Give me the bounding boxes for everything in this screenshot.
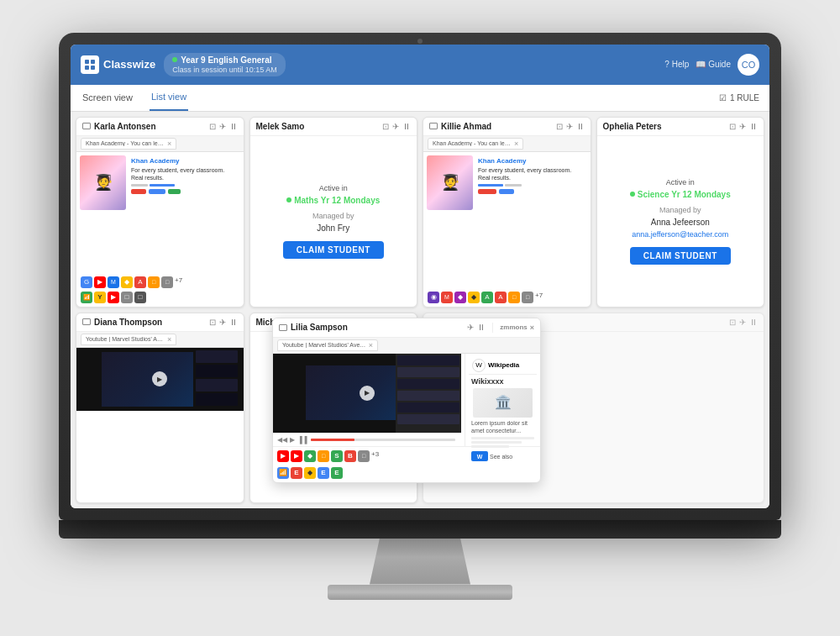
unclaimed-body-melek: Active in Maths Yr 12 Mondays Managed by… [250,136,417,307]
screen-action-don[interactable]: ⊡ [729,318,736,327]
screen-action-d[interactable]: ⊡ [209,318,216,327]
app-icon-a3: A [495,292,507,303]
app-icon-y: Y [94,292,106,303]
app-icon-yt-l: ▶ [277,450,289,462]
screen-action-icon-m[interactable]: ⊡ [382,122,389,131]
app-logo: Classwize [81,55,155,74]
second-tab-label: zmmons [500,323,527,331]
app-icon-ext: □ [121,292,133,303]
card-header-ophelia: Ophelia Peters ⊡ ✈ ⏸ [597,118,764,136]
app-icon-sq2-l: □ [358,450,370,462]
tab-list-view[interactable]: List view [150,84,188,111]
app-icon-square1: □ [148,276,160,288]
claim-button-melek[interactable]: CLAIM STUDENT [283,241,384,259]
card-body-karla: 🧑‍🎓 Khan Academy For every student, ever… [76,152,244,273]
card-actions-lilia: ✈ ⏸ [467,323,486,332]
browser-tab-killie[interactable]: Khan Academy - You can learn anything. F… [428,138,523,150]
wiki-image: 🏛️ [473,388,533,418]
wiki-header: W Wikipedia [469,357,537,375]
session-info: Year 9 English General Class in session … [164,53,286,76]
browser-tab-diana[interactable]: Youtube | Marvel Studios' Avengers - Off… [81,334,176,345]
student-name-ophelia: Ophelia Peters [603,122,727,131]
tab-close-lilia[interactable]: × [369,341,373,350]
monitor-stand [370,539,470,585]
monitor-body: Classwize Year 9 English General Class i… [59,33,781,520]
help-button[interactable]: ? Help [664,60,689,69]
tab-close-icon[interactable]: × [167,139,171,148]
card-header-melek: Melek Samo ⊡ ✈ ⏸ [250,118,417,136]
student-name-killie: Killie Ahmad [441,122,553,131]
header-actions: ? Help 📖 Guide CO [664,54,759,76]
second-tab-close[interactable]: × [530,323,534,332]
send-icon-m[interactable]: ✈ [392,122,399,131]
send-icon-don[interactable]: ✈ [739,318,746,327]
screen-action-icon[interactable]: ⊡ [209,122,216,131]
pause-icon-m[interactable]: ⏸ [402,122,411,131]
card-header-killie: Killie Ahmad ⊡ ✈ ⏸ [423,118,591,136]
card-body-diana: ▶ [76,348,244,502]
app-icon-drive: ◆ [121,276,133,288]
card-header-karla: Karla Antonsen ⊡ ✈ ⏸ [76,118,244,136]
tab-close-diana[interactable]: × [167,335,171,344]
send-icon[interactable]: ✈ [219,122,226,131]
managed-by-label-ophelia: Managed by [659,206,701,214]
user-avatar[interactable]: CO [738,54,759,76]
screen-icon [82,123,91,129]
card-actions-ophelia: ⊡ ✈ ⏸ [729,122,758,131]
pause-icon-k[interactable]: ⏸ [576,122,585,131]
pause-icon-l[interactable]: ⏸ [477,323,486,332]
guide-button[interactable]: 📖 Guide [696,60,731,69]
pause-icon-don[interactable]: ⏸ [749,318,758,327]
monitor-wrapper: Classwize Year 9 English General Class i… [59,33,781,604]
send-icon-k[interactable]: ✈ [566,122,573,131]
khan-screenshot-k: 🧑‍🎓 Khan Academy For every student, ever… [423,152,591,288]
active-in-label-ophelia: Active in [666,178,695,187]
app-icon-sq-l: □ [318,450,329,462]
pause-icon-o[interactable]: ⏸ [749,122,758,131]
screen-action-l[interactable]: ✈ [467,323,474,332]
screen-action-icon-k[interactable]: ⊡ [556,122,563,131]
app-nav: Screen view List view ☑ 1 RULE [71,85,769,112]
manager-name-melek: John Fry [317,223,349,233]
student-name-karla: Karla Antonsen [94,122,206,131]
rule-badge[interactable]: ☑ 1 RULE [719,93,759,102]
app-icon-s-l: S [331,450,343,462]
screen-icon-k [429,123,438,129]
khan-text: Khan Academy For every student, every cl… [129,155,240,270]
browser-tab-lilia[interactable]: Youtube | Marvel Studios' Avengers - Off… [277,339,378,351]
active-in-label-melek: Active in [319,184,348,192]
pause-icon[interactable]: ⏸ [229,122,238,131]
unclaimed-body-ophelia: Active in Science Yr 12 Mondays Managed … [597,136,764,307]
app-icon-wifi-l: 📶 [277,467,289,479]
student-name-melek: Melek Samo [256,122,380,131]
more-badge-killie: +7 [535,292,543,303]
card-actions-donovan: ⊡ ✈ ⏸ [729,318,758,327]
app-icon-meet: M [108,276,119,288]
claim-button-ophelia[interactable]: CLAIM STUDENT [630,247,731,265]
app-icon-google: G [81,276,92,288]
app-icon-a2: A [481,292,493,303]
app-icon-a: A [134,276,146,288]
student-card-diana: Diana Thompson ⊡ ✈ ⏸ Youtube | Marvel St… [76,313,244,503]
send-icon-o[interactable]: ✈ [739,122,746,131]
card-header-lilia: Lilia Sampson ✈ ⏸ zmmons × [273,318,540,338]
student-card-killie: Killie Ahmad ⊡ ✈ ⏸ Khan Academy - You ca… [423,117,591,307]
play-btn-lilia: ▶ [360,386,375,401]
screen-icon-o[interactable]: ⊡ [729,122,736,131]
more-badge-karla: +7 [175,276,182,288]
svg-rect-2 [85,66,89,70]
managed-by-label-melek: Managed by [312,212,354,220]
pause-icon-d[interactable]: ⏸ [229,318,238,327]
app-icon-ext-l: ◆ [304,467,316,479]
lilia-main: ▶ [273,354,461,446]
tab-screen-view[interactable]: Screen view [81,84,134,111]
icons-bar-karla-2: 📶 Y ▶ □ □ [76,292,244,307]
khan-screenshot: 🧑‍🎓 Khan Academy For every student, ever… [76,152,244,273]
browser-tab-karla[interactable]: Khan Academy - You can learn anything. F… [81,138,176,150]
student-name-diana: Diana Thompson [94,318,206,327]
active-class-ophelia: Science Yr 12 Mondays [630,190,731,199]
student-card-melek: Melek Samo ⊡ ✈ ⏸ Active in Maths Yr 12 M… [249,117,418,307]
send-icon-d[interactable]: ✈ [219,318,226,327]
khan-image: 🧑‍🎓 [80,155,126,210]
tab-close-icon-k[interactable]: × [514,139,518,148]
